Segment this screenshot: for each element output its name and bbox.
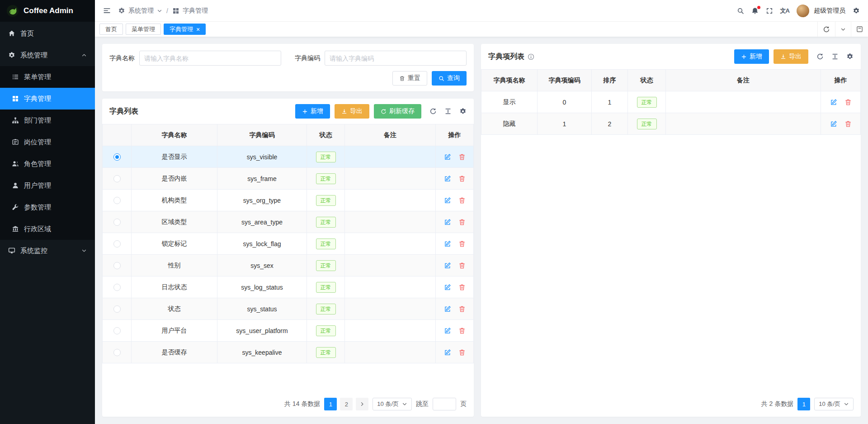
delete-icon[interactable] [458,175,466,182]
tab-2[interactable]: 字典管理× [164,24,206,35]
col-item-actions: 操作 [821,70,861,91]
edit-icon[interactable] [444,349,451,356]
avatar[interactable] [797,5,809,17]
reset-button[interactable]: 重置 [392,71,427,86]
dict-table-row[interactable]: 锁定标记 sys_lock_flag 正常 [103,233,474,255]
dict-table-row[interactable]: 是否缓存 sys_keepalive 正常 [103,342,474,363]
translate-icon[interactable]: 文A [780,7,789,15]
delete-icon[interactable] [458,305,466,313]
column-height-icon[interactable] [831,53,839,60]
page-button-1[interactable]: 1 [797,398,810,410]
delete-icon[interactable] [458,153,466,161]
refresh-table-icon[interactable] [429,108,437,115]
dict-code-input[interactable] [325,51,467,66]
sidebar-subitem-1-0[interactable]: 菜单管理 [0,66,95,88]
search-icon[interactable] [737,7,744,14]
dict-name-input[interactable] [139,51,281,66]
tab-1[interactable]: 菜单管理 [126,24,161,35]
row-radio[interactable] [113,240,121,248]
dict-table-row[interactable]: 区域类型 sys_area_type 正常 [103,211,474,233]
delete-icon[interactable] [458,219,466,226]
export-dict-button[interactable]: 导出 [335,104,369,119]
export-dict-item-button[interactable]: 导出 [774,49,808,64]
notifications-button[interactable] [751,7,759,14]
table-settings-gear-icon[interactable] [459,108,467,115]
sidebar-subitem-1-4[interactable]: 角色管理 [0,153,95,175]
dict-table-row[interactable]: 机构类型 sys_org_type 正常 [103,190,474,211]
username[interactable]: 超级管理员 [814,7,845,15]
dict-table-row[interactable]: 是否显示 sys_visible 正常 [103,146,474,168]
sidebar-item-0[interactable]: 首页 [0,23,95,44]
edit-icon[interactable] [444,175,451,182]
refresh-page-icon[interactable] [817,22,835,37]
collapse-sidebar-icon[interactable] [103,7,111,14]
close-icon[interactable]: × [196,26,200,33]
dict-item-pagination-pages: 1 [797,398,810,410]
dict-table-row[interactable]: 性别 sys_sex 正常 [103,255,474,276]
add-dict-button[interactable]: 新增 [295,104,330,119]
search-button[interactable]: 查询 [432,71,467,86]
edit-icon[interactable] [444,240,451,248]
delete-icon[interactable] [458,197,466,204]
delete-icon[interactable] [844,99,852,106]
dict-table-row[interactable]: 是否内嵌 sys_frame 正常 [103,168,474,190]
edit-icon[interactable] [444,197,451,204]
settings-gear-icon[interactable] [853,7,860,14]
page-button-1[interactable]: 1 [324,398,337,410]
dict-item-page-size-select[interactable]: 10 条/页 [814,398,854,410]
edit-icon[interactable] [444,262,451,269]
tab-0[interactable]: 首页 [99,24,123,35]
delete-icon[interactable] [458,349,466,356]
dict-table-row[interactable]: 状态 sys_status 正常 [103,298,474,320]
refresh-cache-button[interactable]: 刷新缓存 [374,104,421,119]
tab-actions-chevron-icon[interactable] [835,22,851,37]
delete-icon[interactable] [844,120,852,128]
breadcrumb-root[interactable]: 系统管理 [128,7,154,15]
add-dict-item-button[interactable]: 新增 [734,49,769,64]
row-radio[interactable] [113,349,121,356]
dict-item-table-row[interactable]: 显示 0 1 正常 [481,91,861,113]
region-icon [12,225,19,233]
row-radio[interactable] [113,262,121,269]
row-radio[interactable] [113,219,121,226]
fullscreen-icon[interactable] [766,7,773,14]
sidebar-group-1[interactable]: 系统管理 [0,44,95,66]
app-root: Coffee Admin 首页系统管理菜单管理字典管理部门管理岗位管理角色管理用… [0,0,868,424]
delete-icon[interactable] [458,240,466,248]
dict-item-table-row[interactable]: 隐藏 1 2 正常 [481,113,861,135]
sidebar-subitem-1-2[interactable]: 部门管理 [0,110,95,131]
edit-icon[interactable] [444,305,451,313]
edit-icon[interactable] [444,327,451,334]
sidebar-subitem-1-3[interactable]: 岗位管理 [0,131,95,153]
dict-table-row[interactable]: 日志状态 sys_log_status 正常 [103,276,474,298]
edit-icon[interactable] [444,219,451,226]
table-settings-gear-icon[interactable] [846,53,854,60]
row-radio[interactable] [113,327,121,334]
edit-icon[interactable] [830,99,837,106]
sidebar-subitem-1-5[interactable]: 用户管理 [0,175,95,196]
sidebar-group-2[interactable]: 系统监控 [0,240,95,262]
sidebar-subitem-1-1[interactable]: 字典管理 [0,88,95,110]
jump-page-input[interactable] [433,398,456,410]
dict-table-row[interactable]: 用户平台 sys_user_platform 正常 [103,320,474,342]
edit-icon[interactable] [830,120,837,128]
row-radio[interactable] [113,175,121,182]
row-radio[interactable] [113,153,121,161]
edit-icon[interactable] [444,153,451,161]
refresh-table-icon[interactable] [816,53,824,60]
edit-icon[interactable] [444,284,451,291]
delete-icon[interactable] [458,327,466,334]
row-radio[interactable] [113,197,121,204]
dict-page-size-select[interactable]: 10 条/页 [373,398,412,410]
row-radio[interactable] [113,284,121,291]
sidebar-subitem-1-6[interactable]: 参数管理 [0,196,95,218]
layout-expand-icon[interactable] [851,22,868,37]
row-radio[interactable] [113,305,121,313]
delete-icon[interactable] [458,284,466,291]
next-page-icon[interactable] [356,398,368,410]
column-height-icon[interactable] [444,108,452,115]
delete-icon[interactable] [458,262,466,269]
cell-remark [345,276,436,298]
sidebar-subitem-1-7[interactable]: 行政区域 [0,218,95,240]
page-button-2[interactable]: 2 [340,398,353,410]
